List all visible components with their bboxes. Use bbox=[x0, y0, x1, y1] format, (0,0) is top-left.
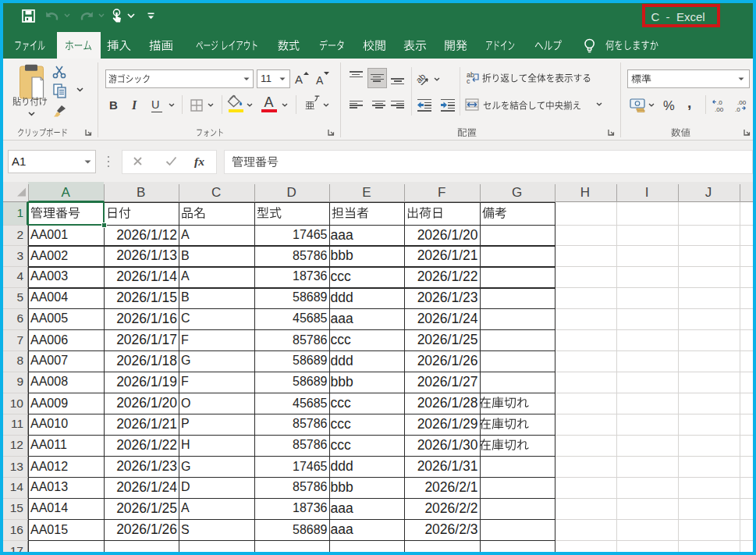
svg-text:.0: .0 bbox=[735, 106, 740, 112]
svg-text:c: c bbox=[467, 77, 470, 84]
svg-text:ab: ab bbox=[416, 72, 428, 85]
svg-text:.00: .00 bbox=[715, 106, 724, 112]
